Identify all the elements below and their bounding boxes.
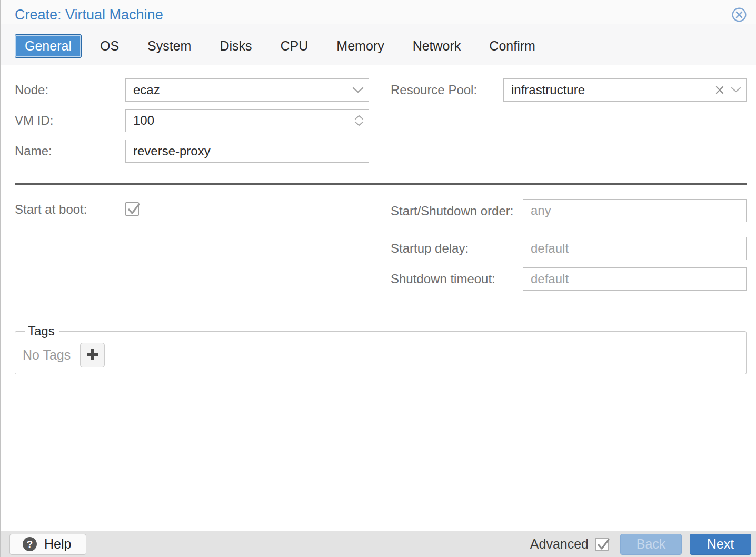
spinner-up-icon[interactable] xyxy=(354,115,364,120)
name-field[interactable] xyxy=(125,140,369,163)
wizard-tab-bar: General OS System Disks CPU Memory Netwo… xyxy=(1,24,756,65)
node-label: Node: xyxy=(15,83,125,97)
create-vm-dialog: Create: Virtual Machine General OS Syste… xyxy=(0,0,756,557)
clear-icon[interactable] xyxy=(715,85,724,95)
tab-network[interactable]: Network xyxy=(403,34,471,58)
shutdown-timeout-input[interactable] xyxy=(523,267,747,291)
tags-fieldset: Tags No Tags xyxy=(15,324,747,374)
resource-pool-input[interactable] xyxy=(503,78,747,102)
help-icon: ? xyxy=(23,537,37,551)
resource-pool-label: Resource Pool: xyxy=(391,83,503,97)
back-button[interactable]: Back xyxy=(620,534,682,555)
chevron-down-icon[interactable] xyxy=(731,87,741,93)
node-input[interactable] xyxy=(125,78,369,102)
advanced-checkbox[interactable] xyxy=(595,538,609,551)
shutdown-timeout-field[interactable] xyxy=(523,267,747,291)
startup-order-label: Start/Shutdown order: xyxy=(391,199,523,220)
help-button[interactable]: ? Help xyxy=(9,534,86,555)
shutdown-timeout-label: Shutdown timeout: xyxy=(391,270,523,288)
startup-order-input[interactable] xyxy=(523,199,747,222)
tab-general[interactable]: General xyxy=(15,34,82,58)
tags-legend: Tags xyxy=(25,324,59,339)
no-tags-label: No Tags xyxy=(23,347,71,363)
help-button-label: Help xyxy=(44,536,71,552)
close-icon xyxy=(731,16,747,24)
resource-pool-select[interactable] xyxy=(503,78,747,102)
section-divider xyxy=(15,183,747,185)
next-button[interactable]: Next xyxy=(690,534,751,555)
tab-os[interactable]: OS xyxy=(90,34,129,58)
start-at-boot-checkbox[interactable] xyxy=(125,202,139,216)
general-tab-panel: Node: VM ID: xyxy=(1,65,756,531)
start-at-boot-label: Start at boot: xyxy=(15,202,125,217)
startup-delay-input[interactable] xyxy=(523,237,747,260)
plus-icon xyxy=(85,347,100,363)
startup-delay-label: Startup delay: xyxy=(391,240,523,257)
tab-system[interactable]: System xyxy=(137,34,201,58)
startup-order-field[interactable] xyxy=(523,199,747,222)
name-input[interactable] xyxy=(125,140,369,163)
tab-disks[interactable]: Disks xyxy=(210,34,262,58)
node-select[interactable] xyxy=(125,78,369,102)
tab-confirm[interactable]: Confirm xyxy=(479,34,545,58)
vm-id-label: VM ID: xyxy=(15,113,125,128)
vm-id-input[interactable] xyxy=(125,109,369,132)
add-tag-button[interactable] xyxy=(80,343,105,367)
name-label: Name: xyxy=(15,144,125,158)
startup-delay-field[interactable] xyxy=(523,237,747,260)
tab-cpu[interactable]: CPU xyxy=(271,34,319,58)
dialog-footer: ? Help Advanced Back Next xyxy=(1,531,756,557)
close-button[interactable] xyxy=(731,7,748,24)
dialog-header: Create: Virtual Machine xyxy=(1,0,756,24)
page-title: Create: Virtual Machine xyxy=(15,6,163,23)
spinner-down-icon[interactable] xyxy=(354,121,364,126)
advanced-label: Advanced xyxy=(530,536,589,552)
vm-id-stepper[interactable] xyxy=(125,109,369,132)
tab-memory[interactable]: Memory xyxy=(326,34,394,58)
chevron-down-icon[interactable] xyxy=(352,87,364,94)
